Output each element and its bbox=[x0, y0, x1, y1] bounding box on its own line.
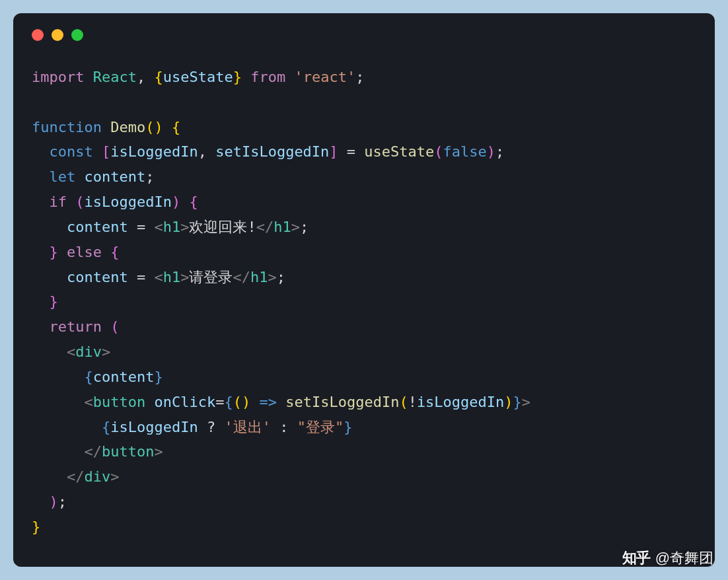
brace: } bbox=[32, 244, 67, 260]
paren: ( bbox=[145, 119, 154, 135]
close-icon[interactable] bbox=[32, 29, 44, 41]
brace: { bbox=[102, 244, 120, 260]
punct: ; bbox=[495, 143, 504, 160]
punct: = bbox=[215, 394, 224, 410]
tag-bracket: > bbox=[110, 468, 119, 485]
tag-bracket: > bbox=[268, 269, 276, 285]
identifier: React bbox=[93, 69, 137, 85]
tag-bracket: > bbox=[102, 344, 110, 360]
pad bbox=[32, 419, 102, 435]
tag: h1 bbox=[273, 219, 291, 235]
brace: { bbox=[154, 69, 163, 85]
tag-bracket: </ bbox=[84, 443, 102, 460]
text: 请登录 bbox=[189, 269, 233, 285]
keyword: from bbox=[242, 69, 294, 85]
paren: ) bbox=[487, 143, 495, 160]
identifier: isLoggedIn bbox=[110, 419, 198, 435]
brace: } bbox=[154, 369, 163, 385]
tag-bracket: </ bbox=[256, 219, 274, 235]
tag: button bbox=[102, 443, 154, 460]
watermark-author: @奇舞团 bbox=[655, 548, 713, 568]
identifier: content bbox=[93, 369, 155, 385]
identifier: isLoggedIn bbox=[417, 394, 504, 410]
pad bbox=[32, 269, 67, 285]
brace: { bbox=[224, 394, 233, 410]
brace: { bbox=[189, 194, 198, 210]
operator: : bbox=[271, 419, 297, 435]
keyword: function bbox=[32, 119, 102, 135]
function-name: Demo bbox=[102, 119, 145, 135]
identifier: setIsLoggedIn bbox=[215, 143, 329, 160]
tag-bracket: > bbox=[180, 219, 189, 235]
tag-bracket: </ bbox=[233, 269, 250, 285]
bracket: ] bbox=[329, 143, 347, 160]
tag-bracket: > bbox=[291, 219, 300, 235]
identifier: content bbox=[67, 269, 128, 285]
brace: { bbox=[102, 419, 110, 435]
identifier: content bbox=[67, 219, 128, 235]
watermark: 知乎 @奇舞团 bbox=[622, 548, 713, 568]
tag: button bbox=[93, 394, 145, 410]
brace: } bbox=[32, 293, 58, 310]
pad bbox=[32, 468, 67, 485]
tag-bracket: < bbox=[67, 344, 75, 360]
tag-bracket: > bbox=[522, 394, 530, 410]
code-block: import React, {useState} from 'react'; f… bbox=[32, 65, 696, 540]
brace: } bbox=[32, 519, 40, 535]
keyword: const bbox=[32, 143, 102, 160]
brace: { bbox=[172, 119, 180, 135]
punct: = bbox=[347, 143, 365, 160]
tag: h1 bbox=[163, 269, 181, 285]
operator: ! bbox=[408, 394, 417, 410]
tag-bracket: < bbox=[84, 394, 92, 410]
pad bbox=[32, 443, 84, 460]
minimize-icon[interactable] bbox=[52, 29, 63, 41]
tag-bracket: > bbox=[154, 443, 163, 460]
keyword: if bbox=[32, 194, 75, 210]
punct: = bbox=[128, 219, 155, 235]
brace: } bbox=[233, 69, 242, 85]
traffic-lights bbox=[32, 29, 696, 41]
text: 欢迎回来! bbox=[189, 219, 256, 235]
bracket: [ bbox=[102, 143, 110, 160]
brace: } bbox=[344, 419, 352, 435]
punct: , bbox=[198, 143, 216, 160]
identifier: isLoggedIn bbox=[110, 143, 198, 160]
pad bbox=[32, 369, 84, 385]
string: '退出' bbox=[224, 419, 271, 435]
paren: ( bbox=[110, 318, 119, 335]
pad bbox=[32, 493, 50, 510]
identifier: isLoggedIn bbox=[84, 194, 171, 210]
attribute: onClick bbox=[154, 394, 215, 410]
operator: ? bbox=[198, 419, 225, 435]
keyword: let bbox=[32, 168, 84, 185]
space bbox=[145, 394, 154, 410]
punct: ; bbox=[145, 168, 154, 185]
tag-bracket: < bbox=[154, 219, 163, 235]
tag-bracket: > bbox=[180, 269, 189, 285]
arrow: => bbox=[259, 394, 277, 410]
punct: ; bbox=[277, 269, 285, 285]
tag-bracket: < bbox=[154, 269, 163, 285]
tag: h1 bbox=[250, 269, 268, 285]
maximize-icon[interactable] bbox=[71, 29, 83, 41]
tag: div bbox=[84, 468, 110, 485]
brace: } bbox=[513, 394, 522, 410]
tag: div bbox=[75, 344, 102, 360]
code-window: import React, {useState} from 'react'; f… bbox=[13, 13, 715, 567]
string: 'react' bbox=[294, 69, 355, 85]
punct: ; bbox=[355, 69, 364, 85]
keyword: return bbox=[32, 318, 110, 335]
paren: ( bbox=[434, 143, 443, 160]
punct: , bbox=[137, 69, 155, 85]
paren: ( bbox=[75, 194, 84, 210]
paren: ( bbox=[399, 394, 408, 410]
function-call: setIsLoggedIn bbox=[285, 394, 399, 410]
paren: ) bbox=[50, 493, 58, 510]
paren: ) bbox=[154, 119, 172, 135]
brace: { bbox=[84, 369, 92, 385]
keyword: import bbox=[32, 69, 84, 85]
paren: ) bbox=[242, 394, 260, 410]
pad bbox=[32, 219, 67, 235]
identifier: useState bbox=[163, 69, 233, 85]
